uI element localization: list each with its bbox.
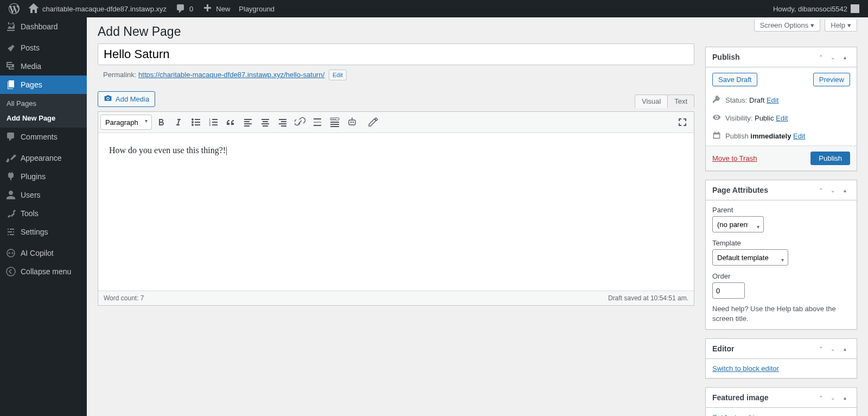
sidebar-item-users[interactable]: Users [0, 186, 87, 204]
post-title-input[interactable] [98, 43, 694, 65]
sidebar-item-pages[interactable]: Pages [0, 75, 87, 94]
editor-status-bar: Word count: 7 Draft saved at 10:54:51 am… [98, 291, 694, 305]
link-button[interactable] [292, 114, 308, 130]
new-label: New [216, 5, 230, 13]
align-left-button[interactable] [240, 114, 256, 130]
my-account[interactable]: Howdy, dibanosoci5542 [769, 0, 864, 17]
move-up-icon[interactable]: ⌃ [815, 185, 826, 196]
sidebar-item-ai-copilot[interactable]: AI Copilot [0, 244, 87, 262]
sidebar-item-tools[interactable]: Tools [0, 204, 87, 223]
fullscreen-button[interactable] [674, 114, 691, 130]
move-up-icon[interactable]: ⌃ [815, 392, 826, 403]
svg-rect-16 [244, 119, 252, 120]
svg-rect-30 [314, 125, 321, 126]
svg-rect-18 [244, 123, 252, 124]
template-select[interactable]: Default template [712, 249, 788, 266]
svg-rect-19 [244, 125, 250, 127]
read-more-button[interactable] [309, 114, 326, 130]
wrench-icon [5, 208, 16, 219]
sidebar-item-posts[interactable]: Posts [0, 39, 87, 57]
pencil-edit-button[interactable] [365, 114, 381, 130]
permalink-link[interactable]: https://charitable-macaque-dfde87.instaw… [138, 71, 324, 79]
move-down-icon[interactable]: ⌄ [827, 52, 838, 62]
set-featured-image-link[interactable]: Set featured image [712, 413, 772, 416]
sidebar-item-dashboard[interactable]: Dashboard [0, 17, 87, 36]
svg-rect-36 [330, 124, 339, 125]
svg-rect-34 [335, 119, 336, 119]
site-name: charitable-macaque-dfde87.instawp.xyz [42, 5, 167, 13]
comments-link[interactable]: 0 [171, 0, 197, 17]
move-down-icon[interactable]: ⌄ [827, 392, 838, 403]
tab-visual[interactable]: Visual [635, 94, 668, 108]
save-draft-button[interactable]: Save Draft [712, 73, 757, 86]
playground-link[interactable]: Playground [234, 0, 279, 17]
italic-button[interactable] [170, 114, 187, 130]
numbered-list-button[interactable]: 123 [205, 114, 221, 130]
svg-rect-20 [261, 119, 269, 120]
sidebar-item-comments[interactable]: Comments [0, 128, 87, 146]
word-count: Word count: 7 [104, 294, 144, 302]
admin-bar: charitable-macaque-dfde87.instawp.xyz 0 … [0, 0, 868, 17]
svg-point-2 [12, 253, 14, 254]
svg-rect-35 [330, 122, 339, 123]
sidebar-item-media[interactable]: Media [0, 57, 87, 75]
home-icon [28, 3, 39, 14]
pin-icon [5, 42, 16, 53]
add-media-button[interactable]: Add Media [98, 91, 155, 107]
bullet-list-button[interactable] [188, 114, 204, 130]
site-link[interactable]: charitable-macaque-dfde87.instawp.xyz [24, 0, 171, 17]
edit-status-link[interactable]: Edit [767, 96, 778, 104]
wp-logo[interactable] [4, 0, 24, 17]
toolbar-toggle-button[interactable] [327, 114, 343, 130]
move-to-trash-link[interactable]: Move to Trash [712, 154, 757, 162]
sidebar-item-collapse[interactable]: Collapse menu [0, 262, 87, 281]
submenu-add-new-page[interactable]: Add New Page [0, 111, 87, 125]
toggle-icon[interactable]: ▴ [839, 392, 850, 403]
switch-editor-link[interactable]: Switch to block editor [712, 364, 779, 373]
editor-box-title: Editor [712, 344, 734, 353]
plug-icon [5, 171, 16, 182]
move-down-icon[interactable]: ⌄ [827, 185, 838, 196]
ai-button[interactable] [344, 114, 360, 130]
toggle-icon[interactable]: ▴ [839, 343, 850, 354]
sidebar-item-plugins[interactable]: Plugins [0, 167, 87, 186]
editor-container: Paragraph 123 How do you even use this t… [98, 111, 694, 306]
edit-visibility-link[interactable]: Edit [776, 114, 788, 122]
brush-icon [5, 153, 16, 163]
editor-content[interactable]: How do you even use this thing?! [98, 133, 694, 291]
edit-schedule-link[interactable]: Edit [793, 132, 805, 140]
help-button[interactable]: Help ▾ [825, 20, 857, 31]
sidebar-item-settings[interactable]: Settings [0, 223, 87, 241]
svg-rect-37 [330, 126, 339, 127]
svg-rect-33 [333, 119, 334, 119]
move-down-icon[interactable]: ⌄ [827, 343, 838, 354]
order-label: Order [712, 272, 850, 280]
align-right-button[interactable] [275, 114, 291, 130]
edit-slug-button[interactable]: Edit [329, 70, 347, 80]
sliders-icon [5, 226, 16, 237]
svg-rect-26 [279, 123, 286, 124]
svg-point-41 [352, 118, 353, 119]
pages-submenu: All Pages Add New Page [0, 94, 87, 128]
blockquote-button[interactable] [222, 114, 239, 130]
sidebar-item-appearance[interactable]: Appearance [0, 149, 87, 167]
bold-button[interactable] [153, 114, 169, 130]
screen-options-button[interactable]: Screen Options ▾ [754, 20, 821, 31]
caret-down-icon: ▾ [810, 21, 814, 29]
new-content[interactable]: New [197, 0, 234, 17]
align-center-button[interactable] [257, 114, 273, 130]
editor-toolbar: Paragraph 123 [98, 112, 694, 133]
preview-button[interactable]: Preview [813, 73, 850, 86]
move-up-icon[interactable]: ⌃ [815, 52, 826, 62]
format-select[interactable]: Paragraph [100, 115, 152, 130]
publish-button[interactable]: Publish [810, 152, 850, 165]
toggle-icon[interactable]: ▴ [839, 185, 850, 196]
move-up-icon[interactable]: ⌃ [815, 343, 826, 354]
toggle-icon[interactable]: ▴ [839, 52, 850, 62]
parent-select[interactable]: (no parent) [712, 216, 764, 232]
plus-icon [202, 3, 213, 14]
tab-text[interactable]: Text [667, 94, 694, 108]
svg-point-6 [192, 121, 194, 123]
order-input[interactable] [712, 282, 745, 299]
submenu-all-pages[interactable]: All Pages [0, 96, 87, 111]
